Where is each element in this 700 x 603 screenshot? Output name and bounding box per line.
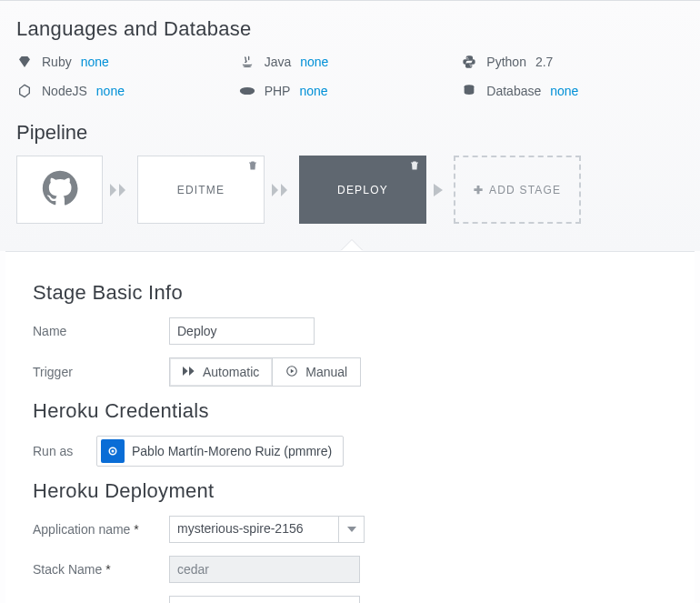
plus-icon: ✚ — [474, 184, 484, 196]
gem-icon — [16, 54, 33, 70]
lang-database: Database none — [461, 83, 684, 99]
lang-nodejs: NodeJS none — [16, 83, 239, 99]
pipeline-add-stage[interactable]: ✚ ADD STAGE — [454, 156, 581, 224]
trigger-automatic-button[interactable]: Automatic — [169, 357, 273, 387]
lang-python: Python 2.7 — [461, 54, 684, 70]
lang-label: Database — [486, 84, 541, 98]
trigger-auto-label: Automatic — [203, 365, 259, 379]
app-name-value: mysterious-spire-2156 — [170, 517, 338, 542]
heroku-deploy-title: Heroku Deployment — [33, 479, 667, 503]
languages-grid: Ruby none Java none Python 2.7 NodeJS no… — [16, 54, 684, 99]
lang-label: Ruby — [42, 55, 72, 69]
lang-ruby: Ruby none — [16, 54, 239, 70]
lang-value-link[interactable]: none — [299, 84, 327, 98]
lang-value-link[interactable]: none — [550, 84, 578, 98]
lang-value-link[interactable]: none — [81, 55, 109, 69]
stage-detail-panel: Stage Basic Info Name Trigger Automatic — [5, 251, 695, 603]
php-icon — [239, 83, 255, 99]
stack-name-input — [169, 556, 360, 583]
lang-label: PHP — [265, 84, 291, 98]
lang-java: Java none — [239, 54, 462, 70]
app-name-select[interactable]: mysterious-spire-2156 — [169, 516, 365, 543]
trash-icon[interactable] — [247, 160, 258, 174]
pipeline-connector-icon — [110, 182, 130, 198]
lang-label: NodeJS — [42, 84, 87, 98]
trigger-manual-button[interactable]: Manual — [273, 357, 361, 387]
stage-basic-info-title: Stage Basic Info — [33, 281, 667, 305]
runas-user-name: Pablo Martín-Moreno Ruiz (pmmre) — [132, 444, 332, 458]
languages-title: Languages and Database — [16, 17, 684, 41]
config-header-area: Languages and Database Ruby none Java no… — [0, 0, 700, 251]
fast-forward-icon — [183, 365, 195, 379]
play-circle-icon — [285, 365, 298, 380]
app-name-label: Application name — [33, 522, 169, 537]
lang-value: 2.7 — [535, 55, 553, 69]
trigger-label: Trigger — [33, 365, 169, 379]
database-icon — [461, 83, 477, 99]
pipeline-row: EDITME DEPLOY ✚ ADD STAGE — [16, 156, 684, 224]
lang-label: Python — [486, 55, 526, 69]
selected-stage-pointer — [341, 240, 363, 251]
stage-label: EDITME — [177, 184, 225, 196]
python-icon — [461, 54, 477, 70]
add-stage-label: ADD STAGE — [489, 184, 561, 196]
heroku-creds-title: Heroku Credentials — [33, 399, 667, 423]
pipeline-stage-deploy[interactable]: DEPLOY — [299, 156, 426, 224]
pipeline-stage-editme[interactable]: EDITME — [137, 156, 265, 224]
name-label: Name — [33, 324, 169, 338]
stage-label: DEPLOY — [337, 184, 388, 196]
pipeline-title: Pipeline — [16, 121, 684, 145]
pipeline-stage-source[interactable] — [16, 156, 103, 224]
stack-name-label: Stack Name — [33, 562, 169, 577]
github-icon — [42, 170, 78, 209]
stage-name-input[interactable] — [169, 317, 315, 345]
pipeline-connector-icon — [272, 182, 292, 198]
trigger-manual-label: Manual — [305, 365, 347, 379]
lang-label: Java — [265, 55, 292, 69]
svg-point-0 — [239, 87, 254, 95]
svg-point-5 — [112, 450, 115, 453]
lang-php: PHP none — [239, 83, 462, 99]
nodejs-icon — [16, 83, 33, 99]
java-icon — [239, 54, 255, 70]
pipeline-connector-icon — [434, 182, 446, 198]
trigger-toggle: Automatic Manual — [169, 357, 361, 387]
runas-label: Run as — [33, 444, 96, 458]
buildpack-input[interactable] — [169, 596, 360, 603]
chevron-down-icon[interactable] — [338, 517, 364, 542]
lang-value-link[interactable]: none — [300, 55, 328, 69]
user-avatar-icon — [101, 439, 125, 463]
lang-value-link[interactable]: none — [96, 84, 125, 98]
runas-user-chip[interactable]: Pablo Martín-Moreno Ruiz (pmmre) — [96, 436, 344, 467]
trash-icon[interactable] — [409, 160, 420, 174]
